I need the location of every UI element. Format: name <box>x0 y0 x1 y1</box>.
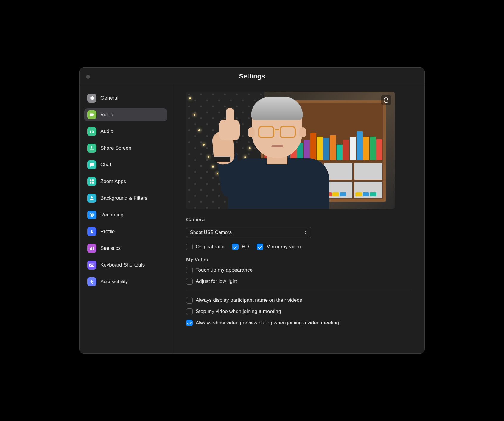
sidebar-item-label: Profile <box>100 229 115 235</box>
sidebar-item-background[interactable]: Background & Filters <box>84 192 167 205</box>
svg-rect-1 <box>92 179 94 181</box>
camera-checks-row: Original ratioHDMirror my video <box>186 244 410 250</box>
svg-rect-0 <box>90 179 91 181</box>
sidebar-item-label: General <box>100 95 118 101</box>
video-preview <box>186 92 395 209</box>
svg-rect-3 <box>92 182 94 184</box>
chevron-down-icon <box>303 230 307 235</box>
svg-rect-10 <box>93 247 94 250</box>
titlebar: Settings <box>80 68 424 85</box>
checkbox-touchup[interactable] <box>186 267 193 273</box>
sidebar-item-general[interactable]: General <box>84 92 167 105</box>
keyboard-icon <box>87 261 96 270</box>
myvideo-section-label: My Video <box>186 257 410 263</box>
camera-select[interactable]: Shoot USB Camera <box>186 227 311 238</box>
sidebar-item-label: Zoom Apps <box>100 179 126 185</box>
sidebar-item-label: Share Screen <box>100 145 131 151</box>
stats-icon <box>87 244 96 253</box>
svg-rect-15 <box>93 264 94 265</box>
checkbox-stop_on_join[interactable] <box>186 308 193 315</box>
checkbox-label: Adjust for low light <box>196 278 237 284</box>
checkbox-original_ratio[interactable] <box>186 244 193 250</box>
myvideo-checks: Touch up my appearanceAdjust for low lig… <box>186 267 410 285</box>
check-touchup: Touch up my appearance <box>186 267 410 273</box>
sidebar-item-label: Recording <box>100 212 124 218</box>
share-icon <box>87 144 96 153</box>
window-title: Settings <box>239 72 265 80</box>
window-traffic-light-close[interactable] <box>86 75 90 79</box>
sidebar-item-recording[interactable]: Recording <box>84 208 167 222</box>
svg-rect-14 <box>92 264 93 265</box>
video-icon <box>87 110 96 119</box>
record-icon <box>87 210 96 219</box>
checkbox-label: Mirror my video <box>266 244 301 250</box>
checkbox-label: Touch up my appearance <box>196 267 253 273</box>
sidebar-item-label: Statistics <box>100 245 121 251</box>
rotate-icon <box>383 97 389 103</box>
checkbox-hd[interactable] <box>232 244 239 250</box>
check-mirror: Mirror my video <box>257 244 301 250</box>
sidebar-item-apps[interactable]: Zoom Apps <box>84 175 167 188</box>
check-original_ratio: Original ratio <box>186 244 224 250</box>
svg-point-17 <box>91 280 92 281</box>
svg-point-7 <box>91 230 92 232</box>
svg-rect-13 <box>91 264 92 265</box>
sidebar-item-label: Video <box>100 112 113 118</box>
sidebar-item-label: Accessibility <box>100 279 128 285</box>
sidebar-item-chat[interactable]: Chat <box>84 158 167 171</box>
apps-icon <box>87 177 96 186</box>
sidebar-item-accessibility[interactable]: Accessibility <box>84 275 167 288</box>
sidebar: GeneralVideoAudioShare ScreenChatZoom Ap… <box>80 85 172 353</box>
profile-icon <box>87 227 96 236</box>
svg-rect-8 <box>90 248 91 250</box>
checkbox-label: Original ratio <box>196 244 224 250</box>
checkbox-label: HD <box>242 244 249 250</box>
check-preview_join: Always show video preview dialog when jo… <box>186 320 410 326</box>
checkbox-lowlight[interactable] <box>186 278 193 285</box>
person-icon <box>87 194 96 203</box>
gear-icon <box>87 94 96 103</box>
divider <box>186 290 410 290</box>
checkbox-label: Always show video preview dialog when jo… <box>196 320 339 326</box>
checkbox-mirror[interactable] <box>257 244 263 250</box>
meeting-checks: Always display participant name on their… <box>186 297 410 326</box>
checkbox-show_names[interactable] <box>186 297 193 304</box>
camera-select-value: Shoot USB Camera <box>190 230 232 235</box>
sidebar-item-audio[interactable]: Audio <box>84 125 167 138</box>
svg-rect-2 <box>90 182 91 184</box>
sidebar-item-shortcuts[interactable]: Keyboard Shortcuts <box>84 259 167 272</box>
headphones-icon <box>87 127 96 136</box>
sidebar-item-label: Keyboard Shortcuts <box>100 262 145 268</box>
check-lowlight: Adjust for low light <box>186 278 410 285</box>
check-show_names: Always display participant name on their… <box>186 297 410 304</box>
svg-point-4 <box>91 196 93 198</box>
check-hd: HD <box>232 244 249 250</box>
check-stop_on_join: Stop my video when joining a meeting <box>186 308 410 315</box>
window-body: GeneralVideoAudioShare ScreenChatZoom Ap… <box>80 85 424 353</box>
sidebar-item-statistics[interactable]: Statistics <box>84 242 167 255</box>
checkbox-preview_join[interactable] <box>186 320 193 326</box>
svg-rect-12 <box>90 264 91 265</box>
chat-icon <box>87 160 96 169</box>
sidebar-item-profile[interactable]: Profile <box>84 225 167 238</box>
rotate-preview-button[interactable] <box>381 95 391 105</box>
preview-person <box>207 102 332 209</box>
svg-rect-16 <box>91 265 93 266</box>
svg-rect-9 <box>91 247 92 250</box>
svg-point-6 <box>91 214 93 216</box>
sidebar-item-label: Chat <box>100 162 111 168</box>
accessibility-icon <box>87 277 96 286</box>
checkbox-label: Stop my video when joining a meeting <box>196 309 281 315</box>
camera-section-label: Camera <box>186 217 410 223</box>
svg-rect-11 <box>90 264 94 267</box>
sidebar-item-video[interactable]: Video <box>84 108 167 121</box>
content-pane: Camera Shoot USB Camera Original ratioHD… <box>172 85 424 353</box>
checkbox-label: Always display participant name on their… <box>196 297 302 303</box>
sidebar-item-label: Audio <box>100 129 113 134</box>
sidebar-item-share[interactable]: Share Screen <box>84 142 167 155</box>
settings-window: Settings GeneralVideoAudioShare ScreenCh… <box>79 67 425 354</box>
sidebar-item-label: Background & Filters <box>100 195 147 201</box>
